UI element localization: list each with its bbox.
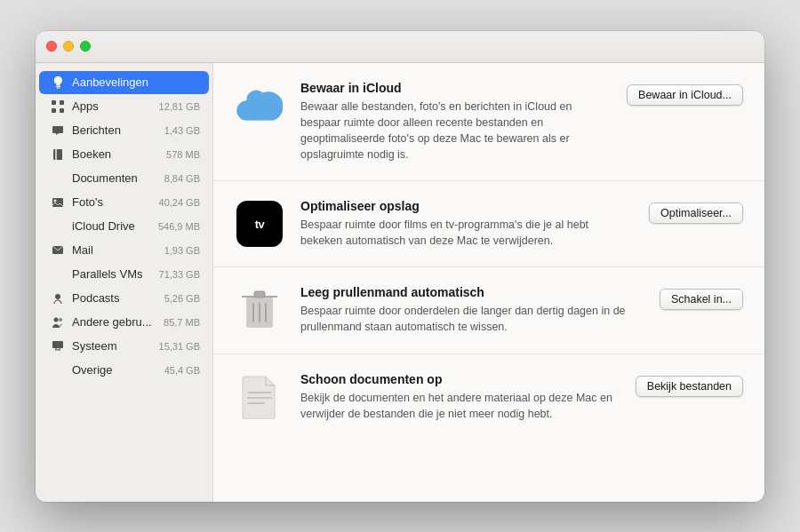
sidebar-label: Documenten xyxy=(72,171,161,185)
sidebar: Aanbevelingen Apps 12,81 GB Berichten 1,… xyxy=(36,63,213,502)
rec-button-optimize[interactable]: Optimaliseer... xyxy=(649,202,743,224)
sidebar-item-fotos[interactable]: Foto's 40,24 GB xyxy=(39,191,209,214)
rec-button-icloud[interactable]: Bewaar in iCloud... xyxy=(627,84,743,106)
rec-text-trash: Leeg prullenmand automatisch Bespaar rui… xyxy=(300,285,644,335)
sidebar-size: 15,31 GB xyxy=(159,341,200,352)
rec-desc-trash: Bespaar ruimte door onderdelen die lange… xyxy=(300,303,644,335)
traffic-lights xyxy=(46,41,91,52)
sidebar-item-parallels[interactable]: Parallels VMs 71,33 GB xyxy=(39,263,209,286)
sidebar-item-overige[interactable]: Overige 45,4 GB xyxy=(39,359,209,382)
main-window: Aanbevelingen Apps 12,81 GB Berichten 1,… xyxy=(36,31,764,502)
lightbulb-icon xyxy=(50,75,66,91)
sidebar-label: Podcasts xyxy=(72,291,161,305)
users-icon xyxy=(50,314,66,330)
content-area: Bewaar in iCloud Bewaar alle bestanden, … xyxy=(213,63,764,502)
sidebar-item-aanbevelingen[interactable]: Aanbevelingen xyxy=(39,71,209,94)
sidebar-size: 8,84 GB xyxy=(164,173,200,184)
rec-action-icloud: Bewaar in iCloud... xyxy=(627,81,743,106)
sidebar-label: Berichten xyxy=(72,123,161,137)
sidebar-size: 1,43 GB xyxy=(164,125,200,136)
document-icon xyxy=(235,372,284,422)
photo-icon xyxy=(50,195,66,210)
sidebar-item-podcasts[interactable]: Podcasts 5,26 GB xyxy=(39,287,209,310)
rec-text-documents: Schoon documenten op Bekijk de documente… xyxy=(300,372,620,422)
svg-rect-5 xyxy=(60,108,64,113)
sidebar-label: Apps xyxy=(72,99,156,113)
recommendation-icloud: Bewaar in iCloud Bewaar alle bestanden, … xyxy=(213,63,764,182)
recommendation-documents: Schoon documenten op Bekijk de documente… xyxy=(213,354,764,440)
minimize-button[interactable] xyxy=(63,41,74,52)
appletv-icon-inner: tv xyxy=(236,201,283,247)
sidebar-item-icloud[interactable]: iCloud Drive 546,9 MB xyxy=(39,215,209,238)
sidebar-size: 1,93 GB xyxy=(164,245,200,256)
rec-title-icloud: Bewaar in iCloud xyxy=(300,81,611,95)
sidebar-label: Mail xyxy=(72,243,161,257)
rec-desc-documents: Bekijk de documenten en het andere mater… xyxy=(300,390,620,422)
sidebar-size: 546,9 MB xyxy=(158,221,200,232)
sidebar-label: Foto's xyxy=(72,195,156,209)
sidebar-item-documenten[interactable]: Documenten 8,84 GB xyxy=(39,167,209,190)
sidebar-item-mail[interactable]: Mail 1,93 GB xyxy=(39,239,209,262)
titlebar xyxy=(36,31,764,63)
rec-title-trash: Leeg prullenmand automatisch xyxy=(300,285,644,299)
mail-icon xyxy=(50,242,66,258)
sidebar-item-boeken[interactable]: Boeken 578 MB xyxy=(39,143,209,166)
sidebar-size: 85,7 MB xyxy=(164,317,200,328)
doc-icon xyxy=(50,171,66,187)
book-icon xyxy=(50,147,66,163)
svg-rect-17 xyxy=(254,291,265,298)
sidebar-label: Boeken xyxy=(72,147,163,161)
svg-rect-0 xyxy=(56,86,60,88)
podcast-icon xyxy=(50,290,66,306)
rec-desc-icloud: Bewaar alle bestanden, foto's en bericht… xyxy=(300,99,611,163)
rec-text-icloud: Bewaar in iCloud Bewaar alle bestanden, … xyxy=(300,81,611,163)
svg-rect-6 xyxy=(53,149,62,160)
rec-action-trash: Schakel in... xyxy=(660,285,743,310)
sidebar-size: 578 MB xyxy=(166,149,200,160)
sidebar-label: iCloud Drive xyxy=(72,219,155,233)
sidebar-item-systeem[interactable]: Systeem 15,31 GB xyxy=(39,335,209,358)
rec-text-optimize: Optimaliseer opslag Bespaar ruimte door … xyxy=(300,199,633,249)
recommendation-trash: Leeg prullenmand automatisch Bespaar rui… xyxy=(213,267,764,353)
chat-icon xyxy=(50,123,66,139)
svg-rect-14 xyxy=(52,341,63,348)
rec-action-optimize: Optimaliseer... xyxy=(649,199,743,224)
rec-button-documents[interactable]: Bekijk bestanden xyxy=(636,376,743,397)
sidebar-size: 12,81 GB xyxy=(159,101,200,112)
sidebar-size: 40,24 GB xyxy=(159,197,200,208)
svg-point-9 xyxy=(54,199,57,202)
none-icon xyxy=(50,266,66,282)
icloud-icon xyxy=(50,218,66,234)
rec-desc-optimize: Bespaar ruimte door films en tv-programm… xyxy=(300,217,633,249)
monitor-icon xyxy=(50,338,66,354)
sidebar-label: Overige xyxy=(72,363,161,377)
rec-button-trash[interactable]: Schakel in... xyxy=(660,289,743,310)
svg-rect-3 xyxy=(60,100,64,105)
sidebar-size: 45,4 GB xyxy=(164,365,200,376)
sidebar-item-andere[interactable]: Andere gebru... 85,7 MB xyxy=(39,311,209,334)
svg-point-11 xyxy=(55,294,60,299)
recommendation-optimize: tv Optimaliseer opslag Bespaar ruimte do… xyxy=(213,181,764,267)
svg-rect-4 xyxy=(52,108,56,113)
sidebar-item-berichten[interactable]: Berichten 1,43 GB xyxy=(39,119,209,142)
svg-rect-2 xyxy=(52,100,56,105)
icloud-icon xyxy=(235,81,284,131)
sidebar-label: Aanbevelingen xyxy=(72,75,200,89)
svg-point-12 xyxy=(54,318,59,322)
sidebar-size: 71,33 GB xyxy=(159,269,200,280)
rec-action-documents: Bekijk bestanden xyxy=(636,372,743,397)
trash-icon xyxy=(235,285,284,335)
rec-title-documents: Schoon documenten op xyxy=(300,372,620,386)
close-button[interactable] xyxy=(46,41,57,52)
appletv-icon: tv xyxy=(235,199,284,249)
sidebar-item-apps[interactable]: Apps 12,81 GB xyxy=(39,95,209,118)
sidebar-label: Andere gebru... xyxy=(72,315,160,329)
main-content: Aanbevelingen Apps 12,81 GB Berichten 1,… xyxy=(36,63,764,502)
sidebar-size: 5,26 GB xyxy=(164,293,200,304)
apps-icon xyxy=(50,99,66,115)
sidebar-label: Systeem xyxy=(72,339,156,353)
rec-title-optimize: Optimaliseer opslag xyxy=(300,199,633,213)
svg-point-13 xyxy=(59,318,62,322)
svg-rect-1 xyxy=(56,88,60,89)
maximize-button[interactable] xyxy=(80,41,91,52)
